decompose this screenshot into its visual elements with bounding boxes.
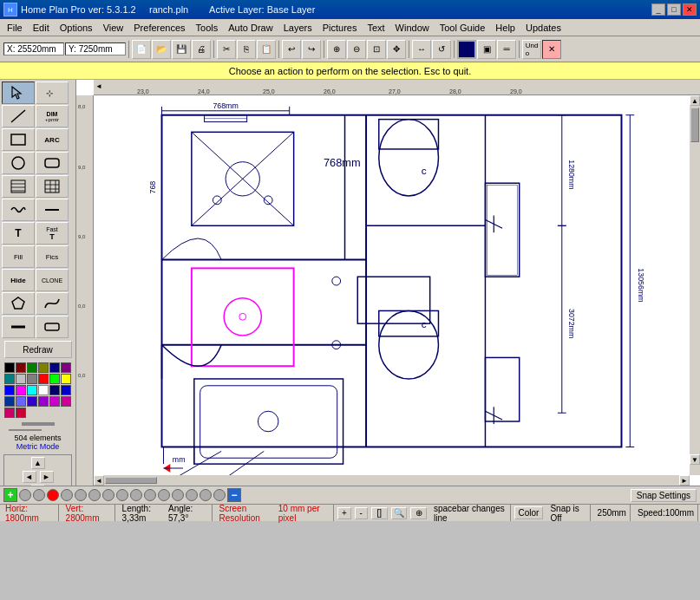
menu-pictures[interactable]: Pictures [317, 21, 363, 35]
dot-7[interactable] [102, 489, 114, 501]
spline-tool[interactable] [36, 292, 69, 315]
line-color-button[interactable] [457, 40, 476, 59]
stairs-tool[interactable] [2, 175, 35, 198]
scroll-right-button[interactable]: ► [679, 475, 690, 486]
zoom-fit-btn-2[interactable]: [] [371, 507, 388, 519]
dot-12[interactable] [172, 489, 184, 501]
print-button[interactable]: 🖨 [192, 40, 211, 59]
color-blue2[interactable] [61, 385, 71, 395]
close-button[interactable]: ✕ [683, 3, 697, 16]
color-white[interactable] [38, 385, 49, 395]
canvas-area[interactable]: ◄ 23,0 24,0 25,0 26,0 27,0 28,0 29,0 8,0… [76, 80, 700, 486]
dot-6[interactable] [88, 489, 101, 501]
dot-15[interactable] [213, 489, 226, 501]
undo-last-button[interactable]: Undo [522, 40, 541, 59]
color-olive[interactable] [38, 362, 49, 373]
menu-toolguide[interactable]: Tool Guide [435, 21, 491, 35]
remove-layer-button[interactable]: − [227, 488, 241, 502]
text-tool[interactable]: T [2, 222, 35, 245]
zoom-in-btn-2[interactable]: + [337, 507, 350, 519]
dimension-tool[interactable]: DIM +prntr [36, 105, 69, 127]
move-down-button[interactable]: ▼ [31, 485, 45, 486]
canvas-drawing[interactable]: 768mm 768 768mm 1280mm 3072mm [94, 95, 690, 475]
fill-color-button[interactable]: ▣ [477, 40, 496, 59]
menu-preferences[interactable]: Preferences [128, 21, 190, 35]
save-button[interactable]: 💾 [172, 40, 191, 59]
color-silver[interactable] [16, 374, 26, 384]
menu-file[interactable]: File [2, 21, 28, 35]
color-yellow[interactable] [61, 374, 71, 384]
zoom-camera-btn[interactable]: 🔍 [391, 507, 408, 519]
zoom-out-btn-2[interactable]: - [355, 507, 368, 519]
color-black[interactable] [4, 362, 15, 373]
color-rose[interactable] [16, 408, 26, 418]
pan-button[interactable]: ✥ [387, 40, 406, 59]
snap-settings-button[interactable]: Snap Settings [631, 489, 697, 502]
maximize-button[interactable]: □ [667, 3, 681, 16]
scrollbar-bottom[interactable]: ◄ ► [94, 475, 690, 486]
menu-autodraw[interactable]: Auto Draw [223, 21, 278, 35]
dot-13[interactable] [186, 489, 198, 501]
arc-tool[interactable]: ARC [36, 128, 69, 151]
color-lime[interactable] [49, 374, 60, 384]
color-fuchsia[interactable] [16, 385, 26, 395]
menu-updates[interactable]: Updates [520, 21, 566, 35]
menu-options[interactable]: Options [55, 21, 98, 35]
dot-11[interactable] [158, 489, 170, 501]
copy-button[interactable]: ⎘ [237, 40, 256, 59]
line-h2-tool[interactable] [2, 316, 35, 338]
color-red[interactable] [38, 374, 49, 384]
open-button[interactable]: 📂 [152, 40, 171, 59]
new-button[interactable]: 📄 [132, 40, 151, 59]
scrollbar-right[interactable]: ▲ ▼ [690, 95, 700, 475]
ruler-scroll-left[interactable]: ◄ [95, 82, 102, 91]
color-blue[interactable] [4, 385, 15, 395]
cut-button[interactable]: ✂ [217, 40, 236, 59]
color-violet[interactable] [38, 396, 49, 407]
circle-tool[interactable] [2, 152, 35, 174]
menu-help[interactable]: Help [490, 21, 520, 35]
move-right-button[interactable]: ► [40, 471, 54, 483]
color-darkgreen[interactable] [27, 362, 37, 373]
straight-line-h-tool[interactable] [36, 199, 69, 221]
dot-5[interactable] [75, 489, 87, 501]
color-gray[interactable] [27, 374, 37, 384]
color-aqua[interactable] [27, 385, 37, 395]
vertical-scrollbar-thumb[interactable] [690, 108, 699, 142]
color-darkblue[interactable] [49, 385, 60, 395]
dot-8[interactable] [116, 489, 128, 501]
clone-tool[interactable]: CLONE [36, 269, 69, 291]
color-pink[interactable] [61, 396, 71, 407]
menu-view[interactable]: View [98, 21, 129, 35]
scroll-up-button[interactable]: ▲ [690, 95, 700, 106]
menu-text[interactable]: Text [362, 21, 389, 35]
dot-14[interactable] [200, 489, 212, 501]
current-color-box[interactable] [22, 422, 55, 426]
dot-3[interactable] [47, 489, 59, 501]
add-layer-button[interactable]: + [3, 488, 17, 502]
zoom-fit-button[interactable]: ⊡ [367, 40, 386, 59]
move-button[interactable]: ↔ [412, 40, 431, 59]
color-purple[interactable] [61, 362, 71, 373]
dot-1[interactable] [19, 489, 31, 501]
polygon-tool[interactable] [2, 292, 35, 315]
dot-10[interactable] [144, 489, 156, 501]
dot-4[interactable] [61, 489, 73, 501]
wavy-line-tool[interactable] [2, 199, 35, 221]
horizontal-scrollbar-thumb[interactable] [105, 477, 157, 484]
color-teal[interactable] [4, 374, 15, 384]
color-mode-button[interactable]: Color [514, 506, 544, 519]
redraw-button[interactable]: Redraw [4, 341, 72, 358]
fast-text-tool[interactable]: Fast T [36, 222, 69, 245]
zoom-out-button[interactable]: ⊖ [347, 40, 366, 59]
rectangle-tool[interactable] [2, 128, 35, 151]
scroll-down-button[interactable]: ▼ [690, 454, 700, 465]
undo-button[interactable]: ↩ [282, 40, 301, 59]
escape-button[interactable]: ✕ [542, 40, 561, 59]
move-up-button[interactable]: ▲ [31, 457, 45, 469]
line-width-button[interactable]: ═ [497, 40, 516, 59]
color-crimson[interactable] [4, 408, 15, 418]
color-royalblue[interactable] [4, 396, 15, 407]
zoom-in-button[interactable]: ⊕ [327, 40, 346, 59]
color-darkred[interactable] [16, 362, 26, 373]
